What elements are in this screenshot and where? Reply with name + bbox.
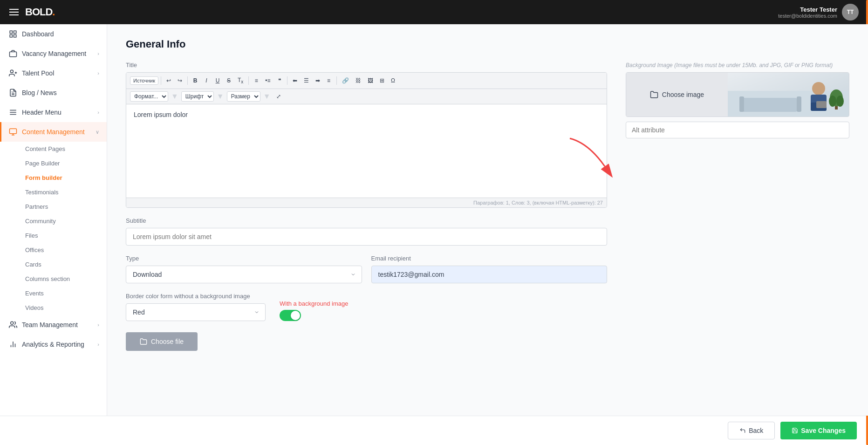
- sidebar-sub-item-content-pages[interactable]: Content Pages: [21, 142, 107, 156]
- toolbar-expand-btn[interactable]: ⤢: [273, 92, 284, 101]
- bg-image-row: Choose image: [626, 72, 849, 117]
- alt-attribute-input[interactable]: [626, 122, 849, 138]
- sidebar-sub-item-testimonials[interactable]: Testimonials: [21, 185, 107, 199]
- editor-footer: Параграфов: 1, Слов: 3, (включая HTML-ра…: [126, 198, 607, 207]
- toolbar-link-btn[interactable]: 🔗: [339, 76, 352, 85]
- right-column: Background Image (Image files must be un…: [626, 62, 849, 351]
- toolbar-source-btn[interactable]: Источник: [130, 76, 158, 85]
- sidebar-item-vacancy-management[interactable]: Vacancy Management ›: [0, 44, 107, 63]
- border-toggle-row: Border color form without a background i…: [126, 293, 607, 321]
- back-button[interactable]: Back: [728, 422, 775, 439]
- format-select[interactable]: Формат...: [130, 91, 168, 102]
- sidebar-item-label: Content Management: [22, 128, 85, 136]
- save-button-label: Save Changes: [801, 427, 846, 434]
- sidebar-sub-item-videos[interactable]: Videos: [21, 301, 107, 315]
- avatar[interactable]: TT: [842, 4, 859, 21]
- border-color-select[interactable]: Red Blue Green Black White: [126, 303, 266, 321]
- user-plus-icon: [9, 69, 17, 77]
- menu-icon: [9, 108, 17, 116]
- sidebar-item-blog-news[interactable]: Blog / News: [0, 83, 107, 103]
- rich-text-editor[interactable]: Источник ↩ ↪ B I U S Tx ≡ •≡: [126, 72, 607, 208]
- svg-point-16: [11, 322, 14, 324]
- svg-rect-4: [10, 52, 17, 57]
- sidebar-item-label: Analytics & Reporting: [22, 341, 84, 348]
- toolbar-italic-btn[interactable]: I: [201, 76, 212, 85]
- preview-svg: [728, 73, 849, 116]
- sidebar-sub-item-form-builder[interactable]: Form builder: [21, 171, 107, 185]
- chevron-right-icon: ›: [97, 51, 99, 56]
- sidebar-item-talent-pool[interactable]: Talent Pool ›: [0, 63, 107, 83]
- sidebar-sub-item-events[interactable]: Events: [21, 286, 107, 301]
- chevron-right-icon: ›: [97, 342, 99, 347]
- bg-image-group: Background Image (Image files must be un…: [626, 62, 849, 138]
- toolbar-bold-btn[interactable]: B: [190, 76, 200, 85]
- toggle-wrap: ✓: [280, 310, 348, 321]
- subtitle-input[interactable]: [126, 228, 607, 246]
- svg-point-5: [10, 70, 13, 73]
- sidebar-sub-item-page-builder[interactable]: Page Builder: [21, 156, 107, 171]
- toolbar-align-justify-btn[interactable]: ≡: [324, 76, 334, 85]
- title-label: Title: [126, 62, 607, 68]
- email-recipient-label: Email recipient: [371, 255, 608, 262]
- toolbar-special-btn[interactable]: Ω: [388, 76, 398, 85]
- sidebar-sub-item-columns-section[interactable]: Columns section: [21, 272, 107, 286]
- font-select[interactable]: Шрифт: [181, 91, 214, 102]
- toolbar-unlink-btn[interactable]: ⛓: [353, 76, 364, 85]
- sidebar-submenu: Content Pages Page Builder Form builder …: [0, 142, 107, 315]
- save-changes-button[interactable]: Save Changes: [780, 422, 857, 439]
- type-email-row: Type Download Upload Link Other Email re…: [126, 255, 607, 283]
- svg-rect-28: [816, 101, 827, 108]
- briefcase-icon: [9, 49, 17, 58]
- sidebar: Dashboard Vacancy Management › Talent Po…: [0, 24, 107, 416]
- sidebar-sub-item-offices[interactable]: Offices: [21, 243, 107, 257]
- sidebar-sub-item-cards[interactable]: Cards: [21, 257, 107, 272]
- toolbar-strikethrough-btn[interactable]: S: [224, 76, 234, 85]
- email-recipient-input[interactable]: [371, 266, 608, 283]
- choose-image-button[interactable]: Choose image: [626, 73, 728, 116]
- toolbar-table-btn[interactable]: ⊞: [377, 76, 387, 85]
- users-icon: [9, 321, 17, 329]
- toolbar-align-left-btn[interactable]: ⬅: [290, 76, 300, 85]
- svg-rect-0: [10, 31, 12, 33]
- editor-body[interactable]: Lorem ipsum dolor: [126, 104, 607, 198]
- toggle-check-icon: ✓: [294, 312, 298, 317]
- sidebar-sub-item-partners[interactable]: Partners: [21, 199, 107, 214]
- type-select[interactable]: Download Upload Link Other: [126, 266, 362, 283]
- chevron-right-icon: ›: [97, 110, 99, 115]
- toolbar-subscript-btn[interactable]: Tx: [235, 75, 246, 86]
- toolbar-ol-btn[interactable]: ≡: [251, 76, 261, 85]
- svg-rect-1: [14, 31, 16, 33]
- toolbar-underline-btn[interactable]: U: [212, 76, 223, 85]
- toolbar-align-center-btn[interactable]: ☰: [301, 76, 312, 85]
- sidebar-sub-item-community[interactable]: Community: [21, 214, 107, 228]
- editor-toolbar: Источник ↩ ↪ B I U S Tx ≡ •≡: [126, 73, 607, 89]
- monitor-icon: [9, 128, 17, 136]
- toolbar-align-right-btn[interactable]: ➡: [313, 76, 323, 85]
- subtitle-label: Subtitle: [126, 217, 607, 224]
- sidebar-item-header-menu[interactable]: Header Menu ›: [0, 103, 107, 122]
- background-image-toggle[interactable]: ✓: [280, 310, 301, 321]
- svg-rect-2: [10, 35, 12, 37]
- toolbar-image-btn[interactable]: 🖼: [365, 76, 376, 85]
- svg-rect-13: [10, 129, 17, 134]
- toolbar-ul-btn[interactable]: •≡: [262, 76, 273, 85]
- choose-file-button[interactable]: Choose file: [126, 332, 198, 351]
- left-column: Title Источник ↩ ↪ B I U S Tx: [126, 62, 607, 351]
- toolbar-blockquote-btn[interactable]: ❝: [274, 76, 285, 85]
- sidebar-item-content-management[interactable]: Content Management ∨: [0, 122, 107, 142]
- sidebar-sub-item-files[interactable]: Files: [21, 228, 107, 243]
- chevron-right-icon: ›: [97, 70, 99, 76]
- hamburger-menu[interactable]: [9, 9, 19, 15]
- choose-file-label: Choose file: [151, 338, 184, 345]
- size-select[interactable]: Размер: [227, 91, 260, 102]
- sidebar-item-label: Team Management: [22, 321, 78, 329]
- sidebar-item-dashboard[interactable]: Dashboard: [0, 24, 107, 44]
- sidebar-item-team-management[interactable]: Team Management ›: [0, 315, 107, 335]
- sidebar-item-analytics-reporting[interactable]: Analytics & Reporting ›: [0, 335, 107, 354]
- with-bg-group: With a background image ✓: [280, 300, 348, 321]
- toolbar-redo-btn[interactable]: ↪: [175, 76, 185, 85]
- folder-open-icon: [650, 90, 658, 99]
- file-text-icon: [9, 89, 17, 97]
- toolbar-undo-btn[interactable]: ↩: [164, 76, 174, 85]
- svg-rect-23: [739, 96, 744, 112]
